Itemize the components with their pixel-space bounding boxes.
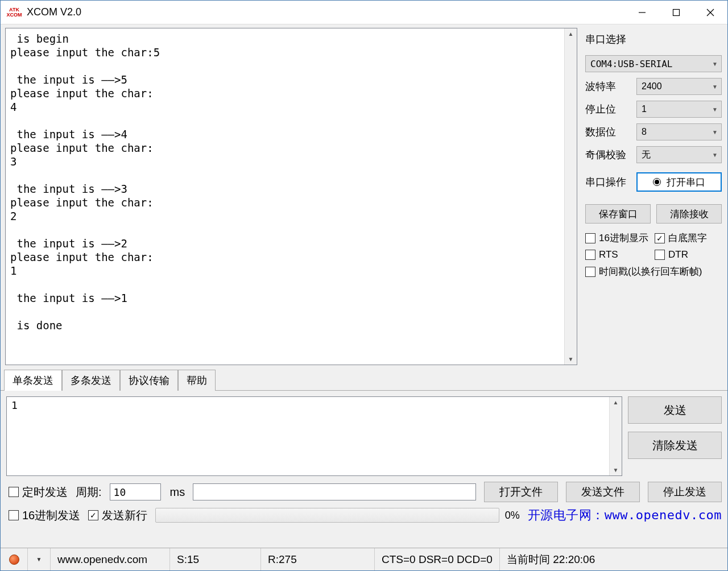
scroll-up-icon: ▲ — [613, 399, 619, 406]
app-window: ATKXCOM XCOM V2.0 is begin please input … — [0, 0, 728, 571]
send-scrollbar[interactable]: ▲▼ — [609, 397, 622, 475]
hex-display-checkbox[interactable] — [585, 233, 595, 243]
save-window-button[interactable]: 保存窗口 — [585, 204, 651, 224]
window-controls — [625, 1, 727, 24]
stopbits-select[interactable]: 1▼ — [636, 101, 722, 118]
stop-send-button[interactable]: 停止发送 — [648, 482, 722, 502]
tab-help[interactable]: 帮助 — [178, 370, 216, 391]
baud-label: 波特率 — [585, 80, 631, 93]
close-button[interactable] — [693, 1, 727, 24]
timestamp-checkbox[interactable] — [585, 267, 595, 277]
minimize-button[interactable] — [625, 1, 659, 24]
port-select-value: COM4:USB-SERIAL — [590, 59, 673, 69]
file-path-input[interactable] — [193, 483, 476, 500]
scroll-down-icon: ▼ — [613, 467, 619, 473]
chevron-down-icon: ▼ — [712, 106, 718, 113]
port-status-icon — [653, 178, 661, 186]
rts-checkbox[interactable] — [585, 250, 595, 260]
send-button[interactable]: 发送 — [628, 396, 722, 424]
blackwhite-checkbox[interactable]: ✓ — [655, 233, 665, 243]
databits-select[interactable]: 8▼ — [636, 123, 722, 140]
chevron-down-icon: ▼ — [712, 61, 718, 67]
open-file-button[interactable]: 打开文件 — [484, 482, 558, 502]
status-url[interactable]: www.openedv.com — [51, 548, 170, 570]
open-port-button[interactable]: 打开串口 — [636, 172, 722, 192]
upper-pane: is begin please input the char:5 the inp… — [1, 24, 727, 369]
options-row-2: 16进制发送 ✓发送新行 0% 开源电子网：www.openedv.com — [1, 504, 727, 529]
tab-multi-send[interactable]: 多条发送 — [62, 370, 120, 391]
chevron-down-icon: ▼ — [712, 152, 718, 158]
parity-label: 奇偶校验 — [585, 148, 631, 162]
clear-send-button[interactable]: 清除发送 — [628, 432, 722, 459]
portop-label: 串口操作 — [585, 175, 631, 189]
send-textarea[interactable]: 1 — [6, 396, 622, 476]
timed-send-checkbox[interactable] — [9, 487, 19, 497]
scroll-up-icon: ▲ — [568, 31, 574, 37]
options-row-1: 定时发送 周期: ms 打开文件 发送文件 停止发送 — [1, 476, 727, 504]
panel-title: 串口选择 — [585, 32, 722, 46]
status-received: R:275 — [261, 548, 375, 570]
period-label: 周期: — [76, 485, 102, 500]
maximize-button[interactable] — [659, 1, 693, 24]
chevron-down-icon: ▼ — [712, 129, 718, 135]
receive-scrollbar[interactable]: ▲▼ — [564, 28, 577, 365]
status-bar: ▼ www.openedv.com S:15 R:275 CTS=0 DSR=0… — [1, 548, 727, 570]
clear-receive-button[interactable]: 清除接收 — [656, 204, 722, 224]
status-sent: S:15 — [170, 548, 261, 570]
progress-bar — [155, 508, 499, 523]
titlebar: ATKXCOM XCOM V2.0 — [1, 1, 727, 24]
send-tabs: 单条发送 多条发送 协议传输 帮助 — [1, 370, 727, 391]
display-options: 16进制显示 ✓白底黑字 RTS DTR 时间戳(以换行回车断帧) — [585, 231, 722, 278]
dropdown-icon[interactable]: ▼ — [36, 556, 42, 562]
progress-percent: 0% — [505, 510, 520, 522]
hex-send-checkbox[interactable] — [9, 510, 19, 520]
website-link[interactable]: 开源电子网：www.openedv.com — [528, 507, 722, 524]
window-title: XCOM V2.0 — [27, 6, 625, 18]
stopbits-label: 停止位 — [585, 102, 631, 116]
status-signals: CTS=0 DSR=0 DCD=0 — [375, 548, 500, 570]
port-select[interactable]: COM4:USB-SERIAL▼ — [585, 55, 722, 72]
chevron-down-icon: ▼ — [712, 84, 718, 90]
send-newline-checkbox[interactable]: ✓ — [88, 510, 98, 520]
baud-select[interactable]: 2400▼ — [636, 78, 722, 95]
tab-single-send[interactable]: 单条发送 — [4, 370, 62, 391]
status-time: 当前时间 22:20:06 — [500, 548, 727, 570]
send-file-button[interactable]: 发送文件 — [566, 482, 640, 502]
scroll-down-icon: ▼ — [568, 356, 574, 362]
send-area: 1 ▲▼ 发送 清除发送 — [1, 391, 727, 476]
app-logo: ATKXCOM — [5, 5, 23, 20]
receive-area: is begin please input the char:5 the inp… — [5, 28, 577, 365]
parity-select[interactable]: 无▼ — [636, 146, 722, 163]
period-input[interactable] — [110, 483, 161, 500]
record-icon[interactable] — [9, 555, 19, 565]
tab-protocol[interactable]: 协议传输 — [120, 370, 178, 391]
serial-settings-panel: 串口选择 COM4:USB-SERIAL▼ 波特率2400▼ 停止位1▼ 数据位… — [580, 24, 727, 369]
databits-label: 数据位 — [585, 125, 631, 139]
receive-textarea[interactable]: is begin please input the char:5 the inp… — [5, 28, 577, 365]
period-unit: ms — [170, 486, 185, 499]
svg-rect-1 — [673, 9, 680, 15]
dtr-checkbox[interactable] — [655, 250, 665, 260]
